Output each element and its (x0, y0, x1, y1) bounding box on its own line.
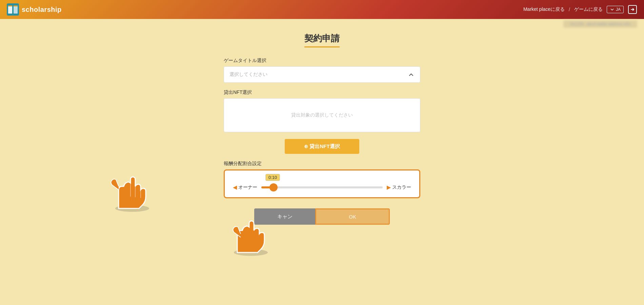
chevron-down-small-icon (610, 7, 615, 12)
nft-section-label: 貸出NFT選択 (224, 89, 420, 96)
nft-placeholder: 貸出対象の選択してください (291, 112, 353, 118)
svg-rect-2 (14, 5, 18, 14)
main-content: 契約申請 ゲームタイトル選択 選択してください 貸出NFT選択 貸出対象の選択し… (0, 19, 644, 238)
header-nav: Market placeに戻る / ゲームに戻る JA (523, 5, 637, 14)
nav-game-link[interactable]: ゲームに戻る (574, 6, 603, 13)
nav-marketplace-link[interactable]: Market placeに戻る (523, 6, 565, 13)
svg-point-10 (234, 249, 268, 256)
scholar-right-arrow: ▶ (387, 184, 391, 190)
owner-left-arrow: ◀ (233, 184, 237, 190)
logo-text: scholarship (22, 6, 62, 14)
svg-rect-3 (8, 5, 12, 6)
game-title-dropdown[interactable]: 選択してください (224, 66, 420, 83)
game-title-placeholder: 選択してください (229, 72, 267, 78)
game-title-label: ゲームタイトル選択 (224, 58, 420, 64)
owner-label: オーナー (238, 184, 257, 190)
nav-separator: / (569, 7, 570, 12)
slider-row: ◀ オーナー ▶ スカラー (233, 184, 411, 190)
nft-selection-box: 貸出対象の選択してください (224, 98, 420, 132)
add-nft-button[interactable]: ⊕ 貸出NFT選択 (285, 139, 359, 154)
lang-selector[interactable]: JA (607, 6, 624, 13)
logo-area: scholarship (7, 3, 62, 16)
reward-section-label: 報酬分配割合設定 (224, 161, 420, 167)
slider-tooltip: 0:10 (265, 174, 280, 181)
form-area: ゲームタイトル選択 選択してください 貸出NFT選択 貸出対象の選択してください… (224, 58, 420, 225)
slider-track (261, 186, 383, 188)
reward-section: 報酬分配割合設定 0:10 ◀ オーナー (224, 161, 420, 198)
logo-icon (7, 3, 19, 16)
slider-container[interactable] (261, 186, 383, 188)
page-title: 契約申請 (304, 33, 340, 47)
header: scholarship Market placeに戻る / ゲームに戻る JA (0, 0, 644, 19)
slider-thumb[interactable] (269, 183, 278, 191)
ok-button[interactable]: OK (315, 208, 390, 225)
page-title-container: 契約申請 (304, 33, 340, 47)
buttons-row: キャン OK (224, 208, 420, 225)
nft-lending-section: 貸出NFT選択 貸出対象の選択してください (224, 89, 420, 132)
svg-rect-4 (14, 5, 18, 6)
cancel-button[interactable]: キャン (254, 208, 315, 225)
lang-label: JA (616, 7, 621, 12)
reward-box: 0:10 ◀ オーナー ▶ (224, 169, 420, 198)
game-title-section: ゲームタイトル選択 選択してください (224, 58, 420, 83)
svg-rect-1 (8, 5, 12, 14)
chevron-up-icon (408, 71, 415, 78)
scholar-label: スカラー (392, 184, 411, 190)
logout-icon[interactable] (628, 5, 637, 14)
